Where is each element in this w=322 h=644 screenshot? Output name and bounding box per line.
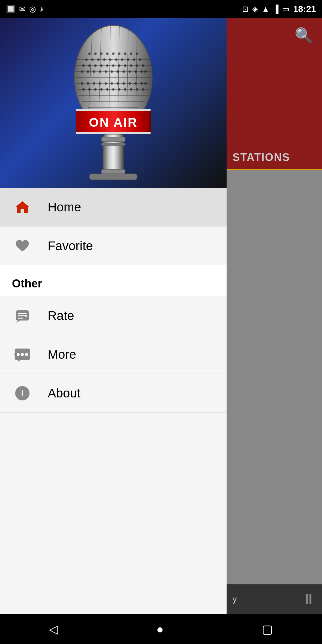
svg-point-50: [99, 70, 101, 73]
svg-point-26: [85, 58, 88, 61]
svg-point-70: [144, 82, 147, 85]
search-icon[interactable]: 🔍: [295, 27, 313, 44]
svg-point-29: [103, 58, 106, 61]
svg-point-81: [142, 88, 144, 91]
svg-point-69: [140, 82, 143, 85]
svg-point-66: [123, 82, 125, 85]
svg-point-32: [121, 58, 123, 61]
nav-item-rate-label: Rate: [48, 309, 74, 323]
nav-drawer: ON AIR Home: [0, 18, 227, 614]
svg-point-17: [88, 52, 91, 55]
back-button[interactable]: ◁: [49, 622, 58, 636]
svg-point-20: [106, 52, 109, 55]
svg-point-100: [25, 353, 28, 356]
gmail-icon: ✉: [19, 4, 26, 14]
svg-point-46: [142, 64, 144, 67]
nav-item-rate[interactable]: Rate: [0, 296, 227, 335]
svg-text:i: i: [21, 388, 24, 397]
svg-point-24: [130, 52, 132, 55]
svg-rect-90: [89, 174, 137, 180]
svg-point-35: [139, 58, 141, 61]
svg-point-75: [106, 88, 109, 91]
svg-rect-88: [101, 143, 125, 145]
svg-marker-92: [16, 321, 20, 323]
svg-point-36: [82, 64, 85, 67]
home-icon: [12, 197, 33, 218]
svg-point-52: [111, 70, 113, 73]
svg-point-59: [81, 82, 83, 85]
svg-point-38: [94, 64, 97, 67]
svg-point-18: [94, 52, 97, 55]
right-panel-content: [227, 170, 322, 614]
svg-point-56: [134, 70, 137, 73]
svg-point-39: [100, 64, 103, 67]
svg-point-78: [124, 88, 126, 91]
pause-icon[interactable]: ⏸: [301, 591, 316, 608]
svg-rect-89: [101, 169, 125, 174]
rate-icon: [12, 305, 33, 326]
svg-point-76: [112, 88, 114, 91]
nav-item-home[interactable]: Home: [0, 188, 227, 227]
status-time: 18:21: [293, 4, 316, 14]
app-icon: 🔲: [6, 4, 16, 14]
status-bar-left: 🔲 ✉ ◎ ♪: [6, 4, 44, 14]
svg-point-99: [21, 353, 24, 356]
svg-rect-87: [101, 137, 125, 142]
svg-point-68: [134, 82, 137, 85]
svg-point-30: [109, 58, 112, 61]
more-icon: [12, 344, 33, 365]
right-panel-top: 🔍: [227, 18, 322, 146]
hero-image: ON AIR: [0, 18, 227, 188]
svg-point-27: [91, 58, 94, 61]
svg-point-21: [112, 52, 114, 55]
stations-label: STATIONS: [233, 151, 290, 164]
svg-point-55: [129, 70, 131, 73]
svg-point-60: [87, 82, 89, 85]
svg-point-62: [99, 82, 101, 85]
recents-button[interactable]: ▢: [262, 622, 273, 636]
svg-point-22: [118, 52, 120, 55]
signal-icon: ▐: [273, 4, 278, 14]
svg-marker-97: [13, 354, 15, 355]
svg-point-54: [123, 70, 125, 73]
navigation-bar: ◁ ● ▢: [0, 614, 322, 644]
svg-point-43: [124, 64, 126, 67]
nav-item-about-label: About: [48, 386, 80, 400]
battery-icon: ▭: [282, 4, 290, 14]
heart-icon: [12, 236, 33, 256]
svg-point-74: [100, 88, 103, 91]
svg-point-42: [118, 64, 120, 67]
location-icon: ◈: [252, 4, 258, 14]
right-panel-header: STATIONS: [227, 146, 322, 170]
section-header-other: Other: [0, 265, 227, 296]
info-icon: i: [12, 383, 33, 404]
home-button[interactable]: ●: [156, 623, 163, 636]
svg-point-25: [136, 52, 138, 55]
wifi-icon: ▲: [262, 4, 270, 14]
svg-point-23: [124, 52, 126, 55]
camera-icon: ◎: [29, 4, 36, 14]
svg-point-64: [111, 82, 113, 85]
svg-point-37: [88, 64, 91, 67]
music-icon: ♪: [40, 4, 44, 14]
nav-item-about[interactable]: i About: [0, 374, 227, 413]
nav-item-more[interactable]: More: [0, 335, 227, 374]
svg-point-79: [130, 88, 132, 91]
nav-item-favorite-label: Favorite: [48, 239, 93, 253]
svg-point-33: [127, 58, 129, 61]
nav-item-favorite[interactable]: Favorite: [0, 227, 227, 265]
svg-rect-84: [76, 132, 151, 134]
svg-point-61: [93, 82, 95, 85]
player-song-label: y: [233, 595, 237, 604]
status-bar-right: ⊡ ◈ ▲ ▐ ▭ 18:21: [242, 4, 316, 14]
svg-point-31: [115, 58, 117, 61]
svg-text:ON AIR: ON AIR: [89, 115, 137, 129]
menu-area: Home Favorite Other: [0, 188, 227, 614]
nav-item-more-label: More: [48, 347, 76, 362]
svg-point-34: [133, 58, 135, 61]
svg-point-51: [105, 70, 107, 73]
svg-point-72: [88, 88, 91, 91]
player-bar: y ⏸: [227, 584, 322, 614]
svg-point-58: [144, 70, 147, 73]
section-other-label: Other: [12, 277, 42, 290]
